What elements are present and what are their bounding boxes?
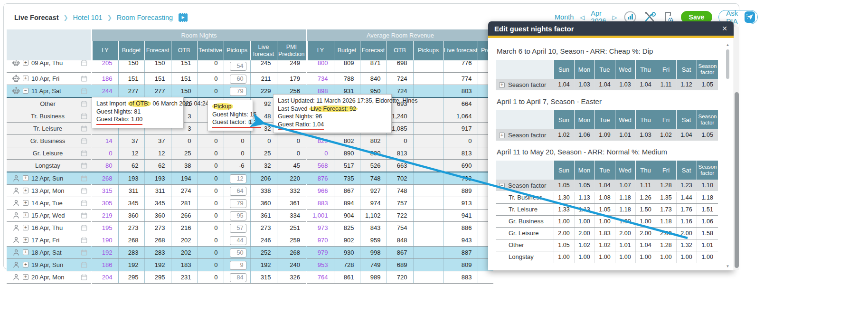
- next-month-icon[interactable]: ▷: [613, 14, 617, 21]
- factor-cell[interactable]: 1.50: [635, 203, 656, 215]
- pickup-input[interactable]: 44: [230, 236, 246, 245]
- factor-cell[interactable]: 1.00: [574, 251, 594, 263]
- factor-row[interactable]: Gr. Leisure2.002.001.832.002.002.002.001…: [496, 227, 718, 239]
- factor-cell[interactable]: 2.00: [615, 227, 635, 239]
- expand-icon[interactable]: +: [23, 225, 28, 230]
- factor-cell[interactable]: 1.01: [615, 239, 635, 251]
- factor-cell[interactable]: 2.00: [574, 227, 594, 239]
- factor-cell[interactable]: 1.05: [697, 129, 718, 141]
- calendar-icon[interactable]: [81, 162, 87, 171]
- table-row[interactable]: +20 Apr, Mon2042952952310843153267648619…: [7, 271, 493, 283]
- factor-cell[interactable]: 1.13: [574, 191, 594, 203]
- scroll-thumb[interactable]: [726, 49, 729, 79]
- table-row[interactable]: +12 Apr, Sun2681931931940122062208767357…: [7, 172, 493, 185]
- factor-cell[interactable]: 1.26: [635, 191, 656, 203]
- row-label[interactable]: +16 Apr, Thu: [7, 221, 91, 234]
- calendar-icon[interactable]: [81, 249, 87, 258]
- factor-cell[interactable]: 1.11: [656, 79, 676, 91]
- factor-cell[interactable]: 1.05: [554, 239, 574, 251]
- factor-cell[interactable]: 1.18: [615, 203, 635, 215]
- table-row[interactable]: +15 Apr, Wed2193603602660953613341,00190…: [7, 209, 493, 221]
- factor-cell[interactable]: 1.76: [676, 203, 697, 215]
- factor-cell[interactable]: 1.00: [697, 251, 718, 263]
- row-label[interactable]: +15 Apr, Wed: [7, 209, 91, 221]
- close-icon[interactable]: ✕: [722, 25, 727, 32]
- calendar-icon[interactable]: [81, 125, 87, 134]
- scroll-up-icon[interactable]: ▲: [725, 42, 731, 48]
- window-scrollbar[interactable]: [734, 27, 739, 270]
- factor-cell[interactable]: 1.01: [697, 239, 718, 251]
- row-label[interactable]: −11 Apr, Sat: [7, 85, 91, 97]
- row-label[interactable]: +17 Apr, Fri: [7, 234, 91, 246]
- table-row[interactable]: −11 Apr, Sat2442772771500792292568989319…: [7, 85, 493, 97]
- pickup-input[interactable]: 64: [230, 187, 246, 196]
- table-row[interactable]: +14 Apr, Tue3053453452810793603618838949…: [7, 197, 493, 209]
- factor-cell[interactable]: 1.04: [594, 180, 615, 191]
- row-label[interactable]: +20 Apr, Mon: [7, 271, 91, 283]
- table-row[interactable]: Longstay806262380-63245568517526663690: [7, 159, 493, 172]
- collapse-icon[interactable]: −: [499, 183, 505, 189]
- row-label[interactable]: Gr. Leisure: [7, 147, 91, 159]
- factor-cell[interactable]: 1.02: [594, 239, 615, 251]
- row-label[interactable]: +13 Apr, Mon: [7, 184, 91, 197]
- expand-icon[interactable]: +: [23, 262, 28, 267]
- factor-cell[interactable]: 1.04: [676, 129, 697, 141]
- breadcrumb-hotel-link[interactable]: Hotel 101: [73, 14, 103, 21]
- row-label[interactable]: +09 Apr, Thu: [7, 60, 91, 72]
- factor-cell[interactable]: 1.06: [697, 215, 718, 227]
- factor-cell[interactable]: 1.73: [656, 203, 676, 215]
- factor-cell[interactable]: 1.00: [615, 215, 635, 227]
- factor-cell[interactable]: 1.02: [574, 239, 594, 251]
- pickup-input[interactable]: 54: [230, 62, 246, 71]
- dialog-scrollbar[interactable]: ▲ ▼: [725, 42, 731, 269]
- collapse-icon[interactable]: −: [23, 88, 28, 94]
- factor-cell[interactable]: 2.00: [554, 227, 574, 239]
- calendar-icon[interactable]: [81, 137, 87, 146]
- factor-cell[interactable]: 1.08: [594, 191, 615, 203]
- factor-cell[interactable]: 2.00: [635, 227, 656, 239]
- calendar-icon[interactable]: [81, 175, 87, 184]
- table-row[interactable]: +10 Apr, Fri1861511511510602111797347888…: [7, 72, 493, 85]
- table-row[interactable]: +16 Apr, Thu1952732732160572732519738258…: [7, 221, 493, 234]
- window-scroll-thumb[interactable]: [735, 92, 739, 268]
- factor-cell[interactable]: 1.32: [676, 239, 697, 251]
- row-label[interactable]: +10 Apr, Fri: [7, 72, 91, 85]
- pickup-input[interactable]: 57: [230, 224, 246, 233]
- calendar-icon[interactable]: [81, 87, 87, 96]
- factor-cell[interactable]: 1.33: [554, 203, 574, 215]
- table-row[interactable]: +19 Apr, Sun1861921921830919224095372874…: [7, 258, 493, 271]
- calendar-icon[interactable]: [81, 187, 87, 196]
- table-row[interactable]: Gr. Business1437370000082080280200: [7, 134, 493, 147]
- factor-cell[interactable]: 1.07: [615, 180, 635, 191]
- scroll-down-icon[interactable]: ▼: [725, 264, 731, 269]
- factor-cell[interactable]: 2.00: [656, 227, 676, 239]
- row-label[interactable]: Other: [7, 97, 91, 110]
- pickup-input[interactable]: 79: [230, 87, 246, 96]
- row-label[interactable]: +12 Apr, Sun: [7, 172, 91, 185]
- factor-cell[interactable]: 1.35: [656, 191, 676, 203]
- factor-cell[interactable]: 1.28: [656, 239, 676, 251]
- calendar-icon[interactable]: [81, 212, 87, 221]
- factor-cell[interactable]: 1.02: [554, 129, 574, 141]
- breadcrumb-page-link[interactable]: Room Forecasting: [117, 14, 173, 21]
- filmstrip-icon[interactable]: ▶: [179, 13, 188, 22]
- calendar-icon[interactable]: [81, 274, 87, 283]
- factor-cell[interactable]: 1.03: [574, 79, 594, 91]
- row-label[interactable]: Longstay: [7, 159, 91, 172]
- expand-icon[interactable]: +: [23, 188, 28, 193]
- factor-cell[interactable]: 1.05: [574, 180, 594, 191]
- calendar-icon[interactable]: [81, 224, 87, 233]
- expand-icon[interactable]: +: [23, 76, 28, 81]
- row-label[interactable]: +19 Apr, Sun: [7, 258, 91, 271]
- pickup-input[interactable]: 60: [230, 75, 246, 84]
- expand-icon[interactable]: +: [23, 237, 28, 243]
- row-label[interactable]: Gr. Business: [7, 134, 91, 147]
- factor-cell[interactable]: 1.04: [594, 79, 615, 91]
- factor-row[interactable]: +Season factor1.021.061.091.011.031.021.…: [496, 129, 718, 141]
- factor-cell[interactable]: 1.18: [615, 191, 635, 203]
- calendar-icon[interactable]: [81, 60, 87, 68]
- factor-cell[interactable]: 1.00: [635, 215, 656, 227]
- factor-cell[interactable]: 1.18: [656, 215, 676, 227]
- calendar-icon[interactable]: [81, 150, 87, 159]
- factor-cell[interactable]: 1.00: [615, 251, 635, 263]
